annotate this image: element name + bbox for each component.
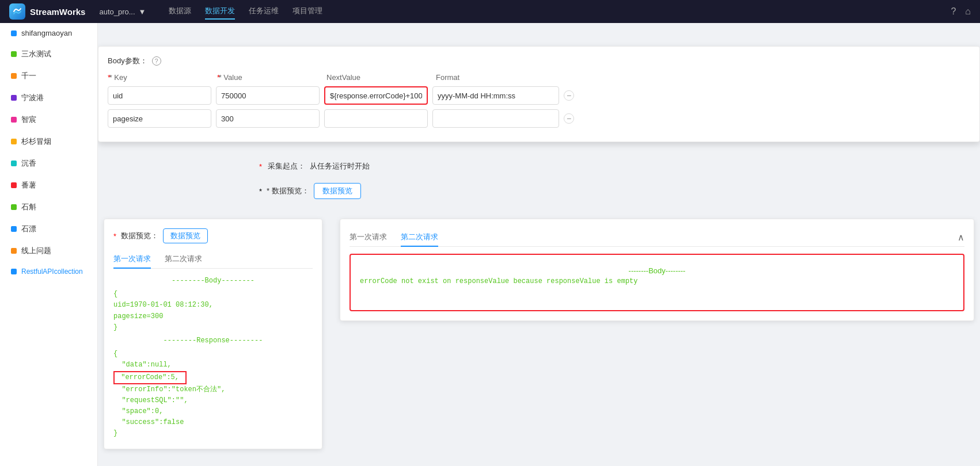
col-header-key: * * Key [108,73,217,82]
param-row-2: − [108,109,970,128]
nextvalue-input-1[interactable] [324,86,428,105]
response-line-4: "errorInfo":"token不合法", [113,384,313,395]
sidebar-label: shifangmaoyan [21,29,72,37]
top-navigation: StreamWorks auto_pro... ▼ 数据源 数据开发 任务运维 … [0,0,980,23]
sidebar-item-qianyi[interactable]: 千一 [0,65,97,87]
remove-row-2-btn[interactable]: − [564,113,574,124]
nav-datadev[interactable]: 数据开发 [205,3,235,20]
collect-label: 采集起点： [268,161,305,171]
sidebar-dot [11,139,17,144]
body-line-3: pagesize=300 [113,311,313,322]
body-divider: --------Body-------- [113,276,313,287]
brand-name: StreamWorks [30,7,85,17]
response-line-7: "success":false [113,417,313,428]
data-preview-row: * * 数据预览： 数据预览 [259,183,968,199]
body-line-4: } [113,322,313,333]
tab-first-request-right[interactable]: 第一次请求 [350,228,387,247]
sidebar-item-restful[interactable]: RestfulAPIcollection [0,262,97,281]
sidebar-dot [11,182,17,188]
data-preview-button[interactable]: 数据预览 [314,183,361,199]
sidebar-item-sanshui[interactable]: 三水测试 [0,43,97,65]
sidebar-item-chenxiang[interactable]: 沉香 [0,152,97,174]
key-input-2[interactable] [108,109,211,128]
sidebar-item-zhichen[interactable]: 智宸 [0,109,97,131]
response-line-1: { [113,349,313,360]
col-header-nextvalue: NextValue [326,73,436,82]
sidebar-item-ningbogang[interactable]: 宁波港 [0,87,97,109]
main-layout: shifangmaoyan 三水测试 千一 宁波港 智宸 杉杉冒烟 沉香 番薯 [0,23,980,466]
sidebar-item-fanshu[interactable]: 番薯 [0,174,97,196]
error-message: errorCode not exist on responseValue bec… [360,277,954,285]
sidebar-item-shanshan[interactable]: 杉杉冒烟 [0,131,97,152]
param-header-row: * * Key * * Value NextValue Format [108,73,970,82]
sidebar-item-shifangmaoyan[interactable]: shifangmaoyan [0,23,97,43]
help-icon[interactable]: ? [951,6,956,17]
sidebar-item-xianshang[interactable]: 线上问题 [0,240,97,262]
tab-second-request-right[interactable]: 第二次请求 [401,228,438,247]
sidebar-dot [11,248,17,254]
sidebar-label: 线上问题 [21,246,51,256]
response-line-8: } [113,428,313,439]
sidebar-label: 番薯 [21,180,36,190]
sidebar-label: 千一 [21,71,36,81]
remove-row-1-btn[interactable]: − [564,90,574,101]
tab-first-request-left[interactable]: 第一次请求 [113,250,151,269]
left-tabs: 第一次请求 第二次请求 [113,250,313,269]
nav-taskmgr[interactable]: 任务运维 [249,3,279,20]
left-preview-panel: * 数据预览： 数据预览 第一次请求 第二次请求 --------Body---… [104,219,322,449]
sidebar-dot [11,30,17,36]
dropdown-icon: ▼ [139,7,146,16]
collect-value: 从任务运行时开始 [310,161,370,171]
sidebar-label: 宁波港 [21,93,44,103]
value-input-1[interactable] [216,86,320,105]
brand-icon [9,3,25,20]
col-header-format: Format [436,73,574,82]
sidebar-dot [11,269,17,274]
preview-label: * 数据预览： [267,186,309,196]
collapse-button[interactable]: ∧ [958,232,964,243]
sidebar-label: 智宸 [21,114,36,125]
home-icon[interactable]: ⌂ [965,6,971,17]
right-preview-panel: 第一次请求 第二次请求 ∧ --------Body-------- error… [340,219,974,321]
nextvalue-input-2[interactable] [324,109,428,128]
sidebar-label: 石斛 [21,202,36,212]
format-input-1[interactable] [432,86,559,105]
project-name: auto_pro... [99,7,135,16]
sidebar-dot [11,95,17,101]
sidebar-dot [11,117,17,123]
body-line-2: uid=1970-01-01 08:12:30, [113,300,313,311]
format-input-2[interactable] [432,109,559,128]
response-line-2: "data":null, [113,360,313,370]
key-input-1[interactable] [108,86,211,105]
left-preview-label: 数据预览： [121,231,158,241]
response-line-5: "requestSQL":"", [113,395,313,406]
help-icon-body[interactable]: ? [152,56,161,66]
tab-second-request-left[interactable]: 第二次请求 [165,250,202,269]
body-line-1: { [113,289,313,300]
sidebar-label: 杉杉冒烟 [21,136,51,147]
sidebar-dot [11,161,17,166]
highlighted-errorcode: "errorCode":5, [113,371,187,384]
right-body-divider: --------Body-------- [360,266,954,275]
sidebar-item-shipiao[interactable]: 石漂 [0,218,97,240]
sidebar-label: 三水测试 [21,49,51,59]
collect-start-row: * 采集起点： 从任务运行时开始 [259,161,968,171]
response-line-6: "space":0, [113,406,313,417]
left-preview-button[interactable]: 数据预览 [163,228,208,243]
sidebar-dot [11,51,17,57]
right-tabs: 第一次请求 第二次请求 ∧ [350,228,964,247]
nav-projmgr[interactable]: 项目管理 [293,3,322,20]
content-area: * 采集起点： 从任务运行时开始 * * 数据预览： 数据预览 Body参数： … [98,23,980,466]
body-params-popup: Body参数： ? * * Key * * Value NextValue Fo… [98,46,980,142]
param-row-1: − [108,86,970,105]
value-input-2[interactable] [216,109,320,128]
col-header-value: * * Value [217,73,326,82]
project-selector[interactable]: auto_pro... ▼ [99,7,146,16]
brand-logo: StreamWorks [9,3,85,20]
left-code-area: --------Body-------- { uid=1970-01-01 08… [113,276,313,440]
nav-datasource[interactable]: 数据源 [169,3,191,20]
left-preview-header: * 数据预览： 数据预览 [113,228,313,243]
sidebar-item-shihu[interactable]: 石斛 [0,196,97,218]
sidebar-label: RestfulAPIcollection [21,268,83,276]
sidebar-label: 沉香 [21,158,36,169]
